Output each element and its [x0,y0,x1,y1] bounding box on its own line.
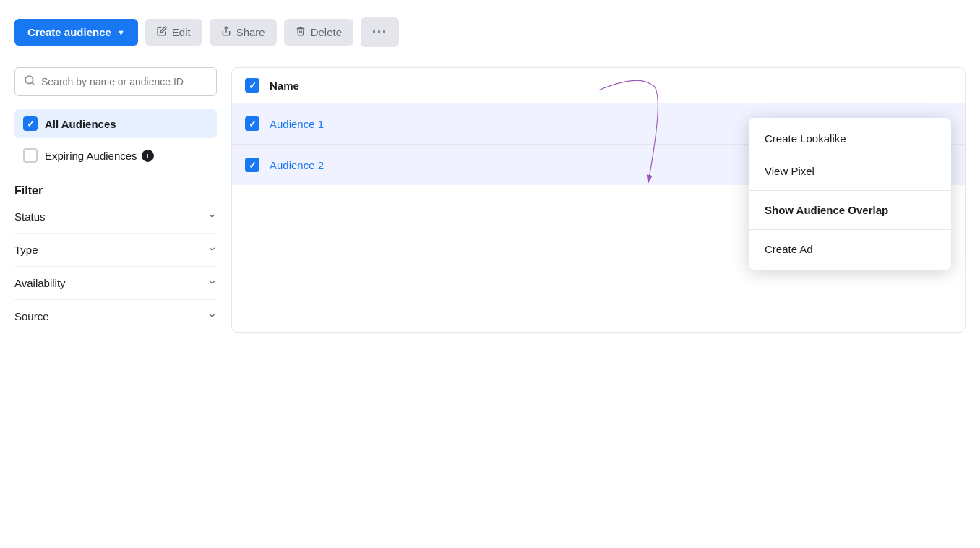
status-chevron-icon [207,211,217,223]
filter-status[interactable]: Status [14,200,217,234]
share-icon [221,26,231,38]
audience-2-checkmark: ✓ [249,160,257,171]
audience-2-checkbox[interactable]: ✓ [245,158,259,172]
svg-point-1 [25,76,33,84]
page-wrapper: Create audience ▼ Edit Share [0,0,980,350]
sidebar: ✓ All Audiences Expiring Audiences i Fil… [14,67,231,333]
toolbar: Create audience ▼ Edit Share [14,17,966,47]
more-button[interactable]: ··· [361,17,399,47]
name-column-header: Name [270,80,299,92]
filter-type-label: Type [14,244,38,256]
filter-section: Filter Status Type Availability Source [14,184,217,333]
type-chevron-icon [207,244,217,256]
filter-source[interactable]: Source [14,300,217,333]
delete-icon [296,26,306,38]
audience-1-name[interactable]: Audience 1 [270,118,324,130]
search-box[interactable] [14,67,217,96]
main-content: ✓ All Audiences Expiring Audiences i Fil… [14,67,966,333]
more-dropdown-menu: Create Lookalike View Pixel Show Audienc… [749,118,951,270]
all-audiences-label: All Audiences [45,118,116,130]
audience-2-name[interactable]: Audience 2 [270,159,324,171]
more-button-wrapper: ··· [361,17,399,47]
audience-1-checkbox[interactable]: ✓ [245,116,259,131]
delete-button[interactable]: Delete [284,19,353,46]
menu-item-show-audience-overlap[interactable]: Show Audience Overlap [749,194,951,226]
expiring-audiences-filter[interactable]: Expiring Audiences i [14,141,217,170]
availability-chevron-icon [207,278,217,289]
source-chevron-icon [207,311,217,322]
expiring-audiences-checkbox[interactable] [23,148,38,163]
svg-line-2 [32,82,34,85]
filter-source-label: Source [14,310,49,322]
share-label: Share [236,26,265,38]
select-all-checkmark: ✓ [249,80,257,91]
create-audience-chevron: ▼ [117,28,125,37]
edit-icon [157,26,167,38]
menu-item-create-ad[interactable]: Create Ad [749,233,951,265]
filter-status-label: Status [14,210,46,223]
more-dots-label: ··· [372,25,387,39]
edit-label: Edit [172,26,191,38]
search-input[interactable] [41,76,207,87]
table-header: ✓ Name [232,68,965,103]
filter-availability-label: Availability [14,277,66,289]
all-audiences-checkbox[interactable]: ✓ [23,116,38,131]
menu-item-create-lookalike[interactable]: Create Lookalike [749,122,951,155]
edit-button[interactable]: Edit [145,19,202,46]
audience-1-checkmark: ✓ [249,119,257,129]
menu-item-view-pixel[interactable]: View Pixel [749,155,951,187]
filter-heading: Filter [14,184,217,197]
expiring-audiences-label: Expiring Audiences i [45,150,154,162]
menu-divider-2 [749,229,951,230]
expiring-audiences-info-icon[interactable]: i [142,150,154,162]
checkmark-icon: ✓ [27,119,35,129]
all-audiences-filter[interactable]: ✓ All Audiences [14,109,217,138]
select-all-checkbox[interactable]: ✓ [245,78,259,93]
filter-availability[interactable]: Availability [14,267,217,300]
create-audience-label: Create audience [27,26,111,38]
menu-divider [749,190,951,191]
share-button[interactable]: Share [210,19,277,46]
create-audience-button[interactable]: Create audience ▼ [14,19,138,46]
delete-label: Delete [311,26,342,38]
search-icon [24,74,35,89]
filter-type[interactable]: Type [14,234,217,267]
